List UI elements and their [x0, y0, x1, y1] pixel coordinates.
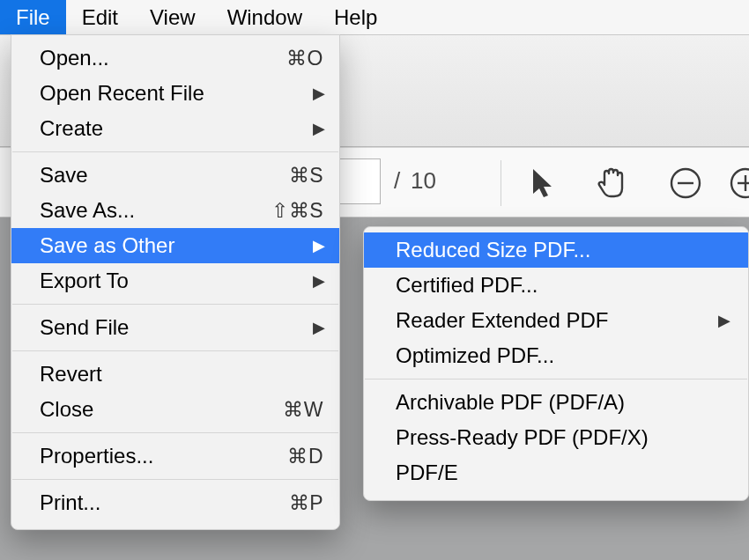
menu-separator: [12, 479, 338, 480]
menu-item-accel: ⌘O: [286, 47, 323, 70]
submenu-reader-extended-pdf[interactable]: Reader Extended PDF ▶: [364, 303, 748, 338]
menu-separator: [12, 151, 338, 152]
menu-item-label: PDF/E: [396, 461, 729, 485]
submenu-arrow-icon: ▶: [313, 318, 325, 337]
menu-item-label: Close: [40, 397, 283, 422]
menu-export-to[interactable]: Export To ▶: [11, 263, 339, 298]
menu-item-label: Send File: [40, 315, 313, 340]
page-total: 10: [411, 167, 436, 195]
menu-item-accel: ⌘W: [283, 398, 323, 422]
submenu-optimized-pdf[interactable]: Optimized PDF...: [364, 338, 748, 373]
menu-save-as-other[interactable]: Save as Other ▶: [11, 228, 339, 263]
cursor-arrow-icon: [530, 167, 556, 199]
menubar-label: View: [150, 5, 196, 30]
menu-item-label: Certified PDF...: [396, 273, 729, 298]
zoom-in-button[interactable]: [726, 164, 749, 203]
menubar-help[interactable]: Help: [318, 0, 393, 34]
submenu-certified-pdf[interactable]: Certified PDF...: [364, 268, 748, 303]
submenu-arrow-icon: ▶: [313, 236, 325, 255]
menu-item-label: Export To: [40, 269, 313, 293]
menu-item-label: Properties...: [40, 444, 287, 468]
menu-item-label: Reader Extended PDF: [396, 308, 718, 333]
menu-save[interactable]: Save ⌘S: [11, 158, 339, 193]
submenu-arrow-icon: ▶: [313, 84, 325, 103]
page-slash: /: [394, 167, 400, 195]
menu-item-label: Print...: [40, 490, 289, 515]
menu-open-recent-file[interactable]: Open Recent File ▶: [11, 76, 339, 111]
file-menu: Open... ⌘O Open Recent File ▶ Create ▶ S…: [11, 34, 340, 530]
menu-item-label: Revert: [40, 362, 323, 387]
plus-circle-icon: [728, 166, 749, 201]
menu-revert[interactable]: Revert: [11, 357, 339, 392]
menu-properties[interactable]: Properties... ⌘D: [11, 438, 339, 474]
submenu-arrow-icon: ▶: [313, 271, 325, 291]
menu-separator: [365, 379, 747, 379]
menubar-label: Window: [227, 5, 302, 30]
menu-item-label: Optimized PDF...: [396, 343, 729, 368]
menu-item-label: Save as Other: [40, 233, 313, 258]
menu-print[interactable]: Print... ⌘P: [11, 485, 339, 520]
menubar: File Edit View Window Help: [0, 0, 749, 35]
save-as-other-submenu: Reduced Size PDF... Certified PDF... Rea…: [363, 226, 749, 501]
menubar-view[interactable]: View: [134, 0, 211, 34]
menu-save-as[interactable]: Save As... ⇧⌘S: [11, 193, 339, 228]
menu-item-label: Archivable PDF (PDF/A): [396, 390, 729, 415]
menu-close[interactable]: Close ⌘W: [11, 392, 339, 427]
menu-item-label: Open...: [40, 46, 286, 70]
menu-item-accel: ⌘D: [287, 445, 323, 468]
menu-send-file[interactable]: Send File ▶: [11, 310, 339, 345]
menu-item-label: Press-Ready PDF (PDF/X): [396, 425, 729, 450]
page-number-input[interactable]: [339, 158, 381, 204]
submenu-archivable-pdfa[interactable]: Archivable PDF (PDF/A): [364, 385, 748, 420]
menu-item-label: Open Recent File: [40, 81, 313, 106]
menubar-label: Edit: [82, 5, 118, 30]
zoom-out-button[interactable]: [666, 164, 705, 203]
menubar-label: File: [16, 5, 50, 30]
select-tool-button[interactable]: [523, 164, 562, 203]
menubar-label: Help: [334, 5, 377, 30]
menu-separator: [12, 304, 338, 305]
hand-tool-button[interactable]: [592, 164, 631, 203]
menu-separator: [12, 432, 338, 433]
menubar-file[interactable]: File: [0, 0, 66, 34]
submenu-arrow-icon: ▶: [718, 311, 730, 330]
hand-icon: [594, 166, 629, 201]
menu-item-label: Reduced Size PDF...: [396, 238, 729, 262]
submenu-press-ready-pdfx[interactable]: Press-Ready PDF (PDF/X): [364, 420, 748, 455]
menu-item-label: Save As...: [40, 198, 271, 223]
menu-open[interactable]: Open... ⌘O: [11, 41, 339, 76]
toolbar-separator: [501, 160, 501, 206]
menu-item-label: Create: [40, 116, 313, 141]
menu-item-accel: ⌘P: [289, 491, 323, 515]
menubar-window[interactable]: Window: [211, 0, 318, 34]
menu-create[interactable]: Create ▶: [11, 111, 339, 146]
submenu-arrow-icon: ▶: [313, 119, 325, 138]
menu-item-accel: ⌘S: [289, 164, 323, 188]
submenu-pdfe[interactable]: PDF/E: [364, 455, 748, 490]
menu-item-label: Save: [40, 163, 289, 188]
menubar-edit[interactable]: Edit: [66, 0, 134, 34]
menu-separator: [12, 350, 338, 351]
submenu-reduced-size-pdf[interactable]: Reduced Size PDF...: [364, 232, 748, 268]
minus-circle-icon: [668, 166, 703, 201]
menu-item-accel: ⇧⌘S: [271, 199, 323, 223]
